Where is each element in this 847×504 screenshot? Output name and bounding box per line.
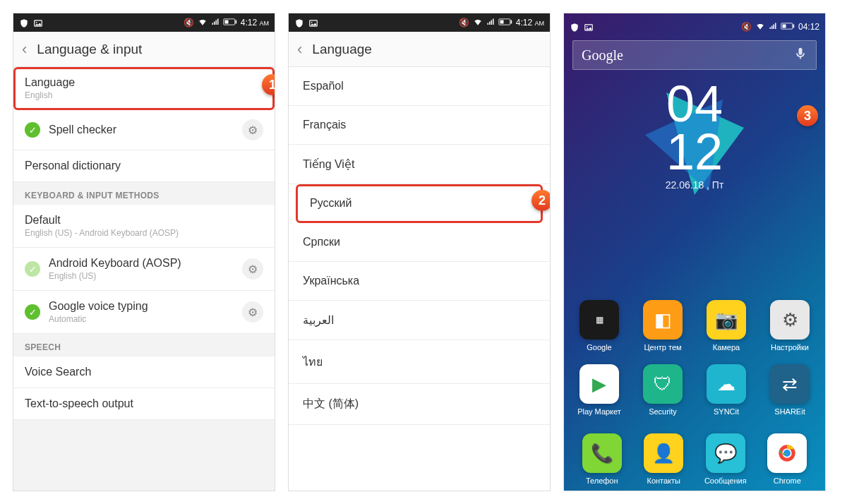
check-icon: ✓ xyxy=(25,304,40,320)
app-label: Телефон xyxy=(577,476,627,485)
lang-option[interactable]: Français xyxy=(289,106,550,145)
gallery-icon xyxy=(33,18,43,27)
app-shareit[interactable]: ⇄SHAREit xyxy=(764,364,815,416)
wifi-icon xyxy=(755,21,765,33)
gvoice-title: Google voice typing xyxy=(49,300,236,313)
svg-rect-3 xyxy=(235,20,236,24)
mute-icon: 🔇 xyxy=(741,22,752,32)
gear-icon[interactable]: ⚙ xyxy=(242,258,263,280)
dock-chrome[interactable]: Chrome xyxy=(762,433,812,485)
gvoice-sub: Automatic xyxy=(49,314,236,324)
status-bar: 🔇 4:12 AM xyxy=(289,13,550,32)
app-themes[interactable]: ◧Центр тем xyxy=(637,300,688,352)
app-syncit[interactable]: ☁SYNCit xyxy=(701,364,752,416)
google-label: Google xyxy=(582,47,623,64)
back-icon[interactable]: ‹ xyxy=(297,40,302,59)
lang-option[interactable]: العربية xyxy=(289,301,550,340)
shield-icon xyxy=(19,18,29,27)
svg-point-11 xyxy=(587,26,588,28)
app-play-store[interactable]: ▶Play Маркет xyxy=(574,364,625,416)
tts-row[interactable]: Text-to-speech output xyxy=(13,388,275,420)
personal-dictionary-row[interactable]: Personal dictionary xyxy=(13,150,275,182)
status-time: 4:12 AM xyxy=(241,18,269,28)
google-search-widget[interactable]: Google xyxy=(572,40,817,70)
svg-rect-8 xyxy=(510,20,512,24)
callout-1: 1 xyxy=(262,74,275,95)
wifi-icon xyxy=(198,17,208,29)
app-label: Security xyxy=(637,407,688,416)
check-icon: ✓ xyxy=(25,122,40,138)
mic-icon[interactable] xyxy=(793,47,807,64)
google-voice-row[interactable]: ✓ Google voice typing Automatic ⚙ xyxy=(13,291,275,334)
lang-option[interactable]: Українська xyxy=(289,262,550,301)
shield-icon xyxy=(570,23,579,31)
default-title: Default xyxy=(25,214,263,227)
app-camera[interactable]: 📷Камера xyxy=(701,300,752,352)
svg-point-6 xyxy=(311,22,313,23)
lang-option[interactable]: Српски xyxy=(289,223,550,262)
lang-option-russian[interactable]: Русский 2 xyxy=(296,184,543,223)
shield-icon xyxy=(294,18,304,27)
header-title: Language & input xyxy=(37,42,142,57)
language-list[interactable]: Español Français Tiếng Việt Русский 2 Ср… xyxy=(289,67,550,491)
section-speech: SPEECH xyxy=(13,334,275,356)
clock-widget[interactable]: 04 12 22.06.18 , Пт xyxy=(564,80,825,214)
status-time: 04:12 xyxy=(798,22,819,32)
clock-minutes: 12 xyxy=(564,128,825,176)
header-title: Language xyxy=(312,42,372,57)
phone-screen-1: 🔇 4:12 AM ‹ Language & input Language En… xyxy=(13,13,275,491)
svg-rect-14 xyxy=(782,25,786,28)
language-row[interactable]: Language English 1 xyxy=(13,67,275,110)
app-label: Настройки xyxy=(764,343,815,352)
app-label: Камера xyxy=(701,343,752,352)
spell-checker-label: Spell checker xyxy=(49,124,236,136)
app-grid: ▦Google ◧Центр тем 📷Камера ⚙Настройки ▶P… xyxy=(564,300,825,428)
app-label: Сообщения xyxy=(700,476,751,485)
app-label: SYNCit xyxy=(701,407,752,416)
dock-phone[interactable]: 📞Телефон xyxy=(577,433,627,485)
svg-point-1 xyxy=(36,22,37,23)
app-google[interactable]: ▦Google xyxy=(574,300,625,352)
lang-option[interactable]: Tiếng Việt xyxy=(289,145,550,184)
app-label: Центр тем xyxy=(637,343,688,352)
gear-icon[interactable]: ⚙ xyxy=(242,301,263,323)
check-icon: ✓ xyxy=(25,261,40,277)
voice-search-row[interactable]: Voice Search xyxy=(13,356,275,388)
settings-list: Language English 1 ✓ Spell checker ⚙ Per… xyxy=(13,67,275,491)
lang-option[interactable]: ไทย xyxy=(289,340,550,384)
dock: 📞Телефон 👤Контакты 💬Сообщения Chrome xyxy=(564,433,825,485)
aosp-keyboard-row[interactable]: ✓ Android Keyboard (AOSP) English (US) ⚙ xyxy=(13,248,275,291)
battery-icon xyxy=(498,18,512,28)
signal-icon xyxy=(769,22,777,32)
app-security[interactable]: 🛡Security xyxy=(637,364,688,416)
wifi-icon xyxy=(473,17,483,29)
language-row-title: Language xyxy=(25,76,263,89)
gallery-icon xyxy=(584,23,594,31)
gear-icon[interactable]: ⚙ xyxy=(242,119,263,140)
spell-checker-row[interactable]: ✓ Spell checker ⚙ xyxy=(13,110,275,150)
lang-option[interactable]: 中文 (简体) xyxy=(289,384,550,425)
signal-icon xyxy=(486,18,495,28)
app-label: SHAREit xyxy=(764,407,815,416)
home-screen[interactable]: 🔇 04:12 Google 3 04 12 22.06.18 , Пт xyxy=(564,13,825,491)
signal-icon xyxy=(211,18,220,28)
settings-header: ‹ Language & input xyxy=(13,32,275,67)
lang-russian-label: Русский xyxy=(310,197,352,209)
aosp-title: Android Keyboard (AOSP) xyxy=(49,257,236,270)
status-time: 4:12 AM xyxy=(516,18,544,28)
mute-icon: 🔇 xyxy=(459,18,469,28)
mute-icon: 🔇 xyxy=(184,18,194,28)
lang-option[interactable]: Español xyxy=(289,67,550,106)
dock-contacts[interactable]: 👤Контакты xyxy=(638,433,689,485)
default-keyboard-row[interactable]: Default English (US) - Android Keyboard … xyxy=(13,205,275,248)
battery-icon xyxy=(223,18,237,28)
callout-2: 2 xyxy=(531,190,550,211)
status-bar: 🔇 4:12 AM xyxy=(13,13,275,32)
app-settings[interactable]: ⚙Настройки xyxy=(764,300,815,352)
clock-date: 22.06.18 , Пт xyxy=(564,179,825,191)
back-icon[interactable]: ‹ xyxy=(22,40,27,59)
phone-screen-2: 🔇 4:12 AM ‹ Language Español Français Ti… xyxy=(288,13,551,491)
clock-hours: 04 xyxy=(564,80,825,128)
dock-messages[interactable]: 💬Сообщения xyxy=(700,433,751,485)
aosp-sub: English (US) xyxy=(49,271,236,281)
